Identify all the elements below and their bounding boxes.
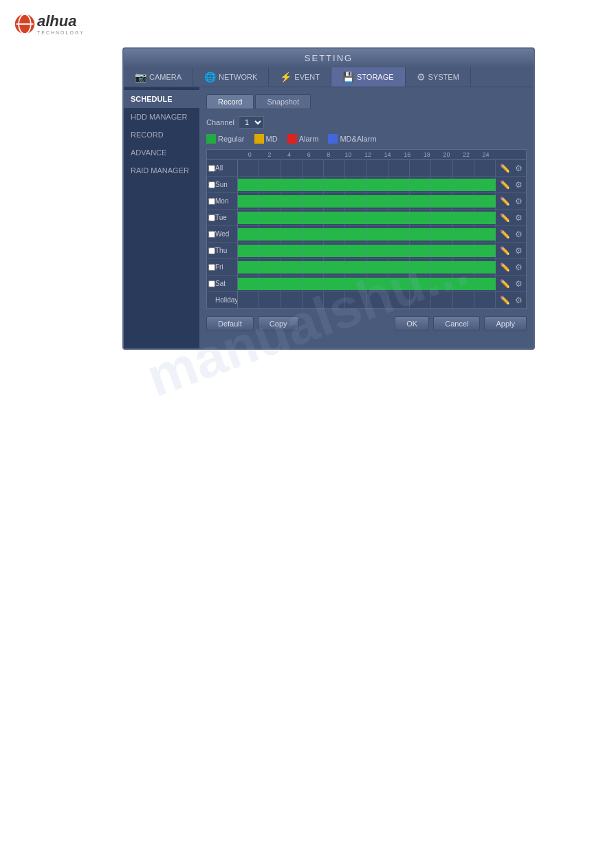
tab-event[interactable]: ⚡ EVENT: [269, 67, 331, 87]
copy-button[interactable]: Copy: [258, 316, 299, 331]
legend-alarm-label: Alarm: [299, 135, 319, 143]
main-window: SETTING 📷 CAMERA 🌐 NETWORK ⚡ EVENT 💾 STO…: [122, 47, 535, 350]
wed-settings-icon[interactable]: ⚙: [515, 230, 523, 239]
tue-bar[interactable]: [237, 210, 496, 225]
sat-grid: [238, 276, 496, 291]
channel-select[interactable]: 1 2 3 4: [239, 116, 264, 129]
fri-checkbox-col[interactable]: [207, 264, 214, 271]
tue-settings-icon[interactable]: ⚙: [515, 213, 523, 223]
dahua-logo-icon: [14, 13, 36, 35]
legend-alarm: Alarm: [287, 134, 319, 144]
thu-edit-icon[interactable]: ✏️: [500, 246, 510, 256]
channel-row: Channel 1 2 3 4: [206, 116, 527, 129]
schedule-row-tue: Tue: [207, 210, 526, 226]
hour-12: 12: [358, 151, 378, 158]
fri-grid: [238, 259, 496, 275]
logo-area: alhua TECHNOLOGY: [0, 0, 614, 47]
wed-edit-icon[interactable]: ✏️: [500, 230, 510, 239]
sun-settings-icon[interactable]: ⚙: [515, 180, 523, 190]
hour-6: 6: [299, 151, 319, 158]
sidebar-item-hdd-manager[interactable]: HDD MANAGER: [124, 108, 199, 126]
system-icon: ⚙: [417, 71, 426, 82]
content-area: SCHEDULE HDD MANAGER RECORD ADVANCE RAID…: [124, 87, 534, 348]
sat-checkbox-col[interactable]: [207, 280, 214, 287]
mon-grid: [238, 193, 496, 209]
wed-actions: ✏️ ⚙: [496, 230, 526, 239]
all-label: All: [214, 164, 237, 172]
schedule-grid: 0 2 4 6 8 10 12 14 16 18 20 22 2: [206, 149, 527, 309]
tue-edit-icon[interactable]: ✏️: [500, 213, 510, 223]
btn-group-left: Default Copy: [206, 316, 299, 331]
hour-8: 8: [318, 151, 338, 158]
mon-bar[interactable]: [237, 193, 496, 209]
wed-checkbox-col[interactable]: [207, 231, 214, 238]
default-button[interactable]: Default: [206, 316, 254, 331]
legend-md-alarm: MD&Alarm: [328, 134, 376, 144]
storage-icon: 💾: [342, 71, 354, 82]
nav-tabs: 📷 CAMERA 🌐 NETWORK ⚡ EVENT 💾 STORAGE ⚙ S…: [124, 67, 534, 87]
schedule-row-thu: Thu: [207, 243, 526, 259]
mon-edit-icon[interactable]: ✏️: [500, 197, 510, 206]
schedule-header: 0 2 4 6 8 10 12 14 16 18 20 22 2: [207, 150, 526, 160]
holiday-bar[interactable]: [237, 292, 496, 308]
holiday-actions: ✏️ ⚙: [496, 296, 526, 305]
tab-storage[interactable]: 💾 STORAGE: [331, 67, 406, 87]
wed-label: Wed: [214, 230, 237, 238]
title-bar: SETTING: [124, 49, 534, 67]
apply-button[interactable]: Apply: [484, 316, 527, 331]
schedule-row-all: All: [207, 160, 526, 177]
hour-20: 20: [437, 151, 457, 158]
fri-label: Fri: [214, 263, 237, 271]
schedule-row-holiday: Holiday: [207, 292, 526, 309]
all-bar[interactable]: [237, 160, 496, 176]
fri-settings-icon[interactable]: ⚙: [515, 263, 523, 272]
tab-camera[interactable]: 📷 CAMERA: [124, 67, 193, 87]
tue-checkbox-col[interactable]: [207, 214, 214, 221]
day-label-spacer: [207, 151, 240, 158]
mon-settings-icon[interactable]: ⚙: [515, 197, 523, 206]
cancel-button[interactable]: Cancel: [433, 316, 480, 331]
thu-checkbox-col[interactable]: [207, 247, 214, 254]
all-edit-icon[interactable]: ✏️: [500, 164, 510, 173]
tue-grid: [238, 210, 496, 225]
hour-14: 14: [377, 151, 397, 158]
sat-settings-icon[interactable]: ⚙: [515, 279, 523, 289]
tab-network[interactable]: 🌐 NETWORK: [193, 67, 269, 87]
sat-bar[interactable]: [237, 276, 496, 291]
sidebar-item-record[interactable]: RECORD: [124, 126, 199, 144]
all-checkbox-col[interactable]: [207, 165, 214, 172]
all-settings-icon[interactable]: ⚙: [515, 164, 523, 173]
tab-snapshot[interactable]: Snapshot: [255, 94, 310, 109]
tab-record[interactable]: Record: [206, 94, 254, 109]
sun-bar[interactable]: [237, 177, 496, 192]
fri-edit-icon[interactable]: ✏️: [500, 263, 510, 272]
sidebar-item-raid-manager[interactable]: RAID MANAGER: [124, 162, 199, 179]
holiday-settings-icon[interactable]: ⚙: [515, 296, 523, 305]
sun-checkbox-col[interactable]: [207, 181, 214, 188]
sat-edit-icon[interactable]: ✏️: [500, 279, 510, 289]
schedule-row-sat: Sat: [207, 276, 526, 292]
logo-brand: alhua: [37, 12, 76, 30]
tue-actions: ✏️ ⚙: [496, 213, 526, 223]
sun-label: Sun: [214, 181, 237, 188]
camera-icon: 📷: [135, 71, 146, 82]
schedule-row-fri: Fri: [207, 259, 526, 276]
tab-network-label: NETWORK: [219, 73, 257, 81]
schedule-row-sun: Sun: [207, 177, 526, 193]
thu-settings-icon[interactable]: ⚙: [515, 246, 523, 256]
mon-checkbox-col[interactable]: [207, 198, 214, 205]
sidebar-item-schedule[interactable]: SCHEDULE: [124, 90, 199, 108]
sun-edit-icon[interactable]: ✏️: [500, 180, 510, 190]
holiday-label: Holiday: [214, 296, 237, 304]
fri-bar[interactable]: [237, 259, 496, 275]
wed-grid: [238, 226, 496, 242]
sat-label: Sat: [214, 280, 237, 287]
wed-bar[interactable]: [237, 226, 496, 242]
logo-sub: TECHNOLOGY: [37, 30, 85, 35]
sidebar-item-advance[interactable]: ADVANCE: [124, 144, 199, 162]
ok-button[interactable]: OK: [395, 316, 429, 331]
holiday-edit-icon[interactable]: ✏️: [500, 296, 510, 305]
tab-system[interactable]: ⚙ SYSTEM: [406, 67, 471, 87]
thu-bar[interactable]: [237, 243, 496, 258]
sun-actions: ✏️ ⚙: [496, 180, 526, 190]
